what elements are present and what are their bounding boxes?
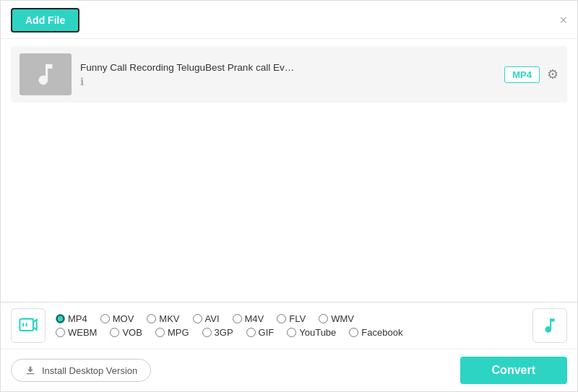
radio-input-vob[interactable] [110, 328, 119, 337]
radio-input-wmv[interactable] [319, 314, 328, 323]
file-list: Funny Call Recording TeluguBest Prank ca… [1, 39, 577, 302]
radio-label-wmv: WMV [331, 313, 354, 324]
format-options: MP4MOVMKVAVIM4VFLVWMV WEBMVOBMPG3GPGIFYo… [56, 313, 527, 338]
radio-label-3gp: 3GP [215, 327, 233, 338]
radio-input-facebook[interactable] [349, 328, 358, 337]
install-label: Install Desktop Version [42, 365, 137, 376]
close-button[interactable]: × [559, 14, 567, 27]
radio-input-3gp[interactable] [202, 328, 212, 337]
file-info: Funny Call Recording TeluguBest Prank ca… [80, 62, 496, 87]
radio-option-3gp[interactable]: 3GP [202, 327, 233, 338]
radio-label-mp4: MP4 [68, 313, 87, 324]
file-item: Funny Call Recording TeluguBest Prank ca… [11, 46, 567, 103]
file-name: Funny Call Recording TeluguBest Prank ca… [80, 62, 496, 73]
video-format-icon-box [11, 308, 46, 343]
top-bar: Add File × [1, 1, 577, 39]
radio-option-m4v[interactable]: M4V [233, 313, 264, 324]
format-row-2: WEBMVOBMPG3GPGIFYouTubeFacebook [56, 327, 527, 338]
add-file-button[interactable]: Add File [11, 8, 79, 32]
radio-label-m4v: M4V [245, 313, 264, 324]
radio-label-webm: WEBM [68, 327, 97, 338]
radio-input-mov[interactable] [100, 314, 110, 323]
file-actions: MP4 ⚙ [504, 66, 558, 83]
radio-option-mp4[interactable]: MP4 [56, 313, 87, 324]
radio-option-avi[interactable]: AVI [193, 313, 220, 324]
format-badge[interactable]: MP4 [504, 66, 540, 83]
radio-label-vob: VOB [122, 327, 142, 338]
radio-label-mkv: MKV [159, 313, 179, 324]
radio-input-mpg[interactable] [155, 328, 165, 337]
radio-option-vob[interactable]: VOB [110, 327, 142, 338]
radio-label-youtube: YouTube [299, 327, 336, 338]
radio-input-avi[interactable] [193, 314, 202, 323]
radio-label-mov: MOV [113, 313, 134, 324]
format-panel: MP4MOVMKVAVIM4VFLVWMV WEBMVOBMPG3GPGIFYo… [1, 302, 577, 349]
radio-label-flv: FLV [289, 313, 306, 324]
radio-option-webm[interactable]: WEBM [56, 327, 97, 338]
download-icon [25, 365, 36, 376]
file-thumbnail [20, 53, 72, 95]
radio-option-facebook[interactable]: Facebook [349, 327, 402, 338]
radio-option-mkv[interactable]: MKV [147, 313, 179, 324]
settings-icon[interactable]: ⚙ [547, 66, 558, 82]
audio-icon [540, 316, 559, 335]
radio-option-flv[interactable]: FLV [277, 313, 306, 324]
radio-input-m4v[interactable] [233, 314, 242, 323]
audio-format-icon-box[interactable] [532, 308, 567, 343]
radio-label-mpg: MPG [168, 327, 189, 338]
radio-label-avi: AVI [205, 313, 220, 324]
radio-input-flv[interactable] [277, 314, 286, 323]
radio-input-gif[interactable] [246, 328, 256, 337]
radio-option-wmv[interactable]: WMV [319, 313, 354, 324]
format-row-1: MP4MOVMKVAVIM4VFLVWMV [56, 313, 527, 324]
radio-option-youtube[interactable]: YouTube [287, 327, 336, 338]
radio-input-mkv[interactable] [147, 314, 156, 323]
radio-input-youtube[interactable] [287, 328, 296, 337]
footer-bar: Install Desktop Version Convert [1, 349, 577, 391]
music-note-icon [32, 61, 59, 88]
radio-input-mp4[interactable] [56, 314, 65, 323]
format-row: MP4MOVMKVAVIM4VFLVWMV WEBMVOBMPG3GPGIFYo… [1, 302, 577, 349]
radio-option-gif[interactable]: GIF [246, 327, 275, 338]
radio-label-gif: GIF [259, 327, 275, 338]
convert-button[interactable]: Convert [460, 357, 567, 384]
radio-option-mov[interactable]: MOV [100, 313, 134, 324]
video-icon [18, 315, 38, 336]
radio-label-facebook: Facebook [361, 327, 402, 338]
install-desktop-button[interactable]: Install Desktop Version [11, 359, 151, 382]
radio-option-mpg[interactable]: MPG [155, 327, 189, 338]
radio-input-webm[interactable] [56, 328, 65, 337]
info-icon[interactable]: ℹ [80, 76, 496, 87]
